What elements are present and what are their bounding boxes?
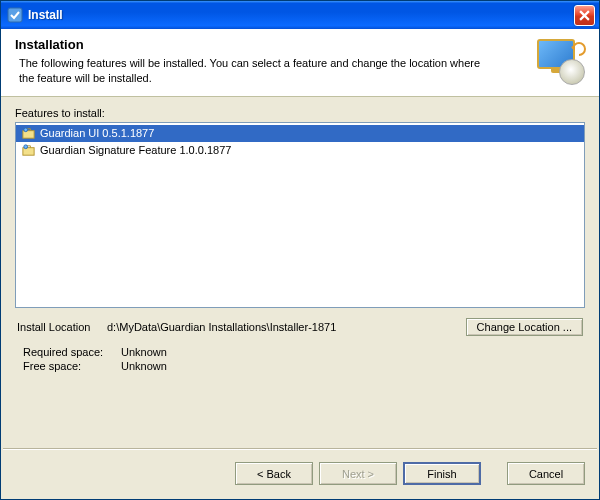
install-location-row: Install Location d:\MyData\Guardian Inst… <box>17 318 583 336</box>
free-space-value: Unknown <box>121 360 167 372</box>
install-location-path: d:\MyData\Guardian Installations\Install… <box>107 321 466 333</box>
svg-point-4 <box>23 145 27 149</box>
next-button: Next > <box>319 462 397 485</box>
list-item-label: Guardian UI 0.5.1.1877 <box>40 127 154 139</box>
back-button[interactable]: < Back <box>235 462 313 485</box>
space-info: Required space: Unknown Free space: Unkn… <box>17 346 583 372</box>
features-label: Features to install: <box>15 107 585 119</box>
svg-rect-1 <box>22 130 33 138</box>
required-space-value: Unknown <box>121 346 167 358</box>
free-space-label: Free space: <box>23 360 118 372</box>
install-location-label: Install Location <box>17 321 107 333</box>
svg-rect-3 <box>22 147 33 155</box>
list-item[interactable]: Guardian Signature Feature 1.0.0.1877 <box>16 142 584 159</box>
features-listbox[interactable]: Guardian UI 0.5.1.1877 Guardian Signatur… <box>15 122 585 308</box>
titlebar[interactable]: Install <box>1 1 599 29</box>
list-item-label: Guardian Signature Feature 1.0.0.1877 <box>40 144 231 156</box>
close-button[interactable] <box>574 5 595 26</box>
install-window: Install Installation The following featu… <box>0 0 600 500</box>
wizard-body: Features to install: Guardian UI 0.5.1.1… <box>1 97 599 448</box>
install-graphic-icon <box>531 37 587 85</box>
feature-icon <box>20 142 36 158</box>
wizard-header: Installation The following features will… <box>1 29 599 97</box>
svg-rect-0 <box>8 8 22 22</box>
cancel-button[interactable]: Cancel <box>507 462 585 485</box>
list-item[interactable]: Guardian UI 0.5.1.1877 <box>16 125 584 142</box>
finish-button[interactable]: Finish <box>403 462 481 485</box>
window-title: Install <box>28 8 574 22</box>
change-location-button[interactable]: Change Location ... <box>466 318 583 336</box>
app-icon <box>7 7 23 23</box>
page-description: The following features will be installed… <box>15 56 485 86</box>
wizard-footer: < Back Next > Finish Cancel <box>1 450 599 499</box>
required-space-label: Required space: <box>23 346 118 358</box>
feature-icon <box>20 125 36 141</box>
svg-point-2 <box>23 128 27 132</box>
page-heading: Installation <box>15 37 531 52</box>
